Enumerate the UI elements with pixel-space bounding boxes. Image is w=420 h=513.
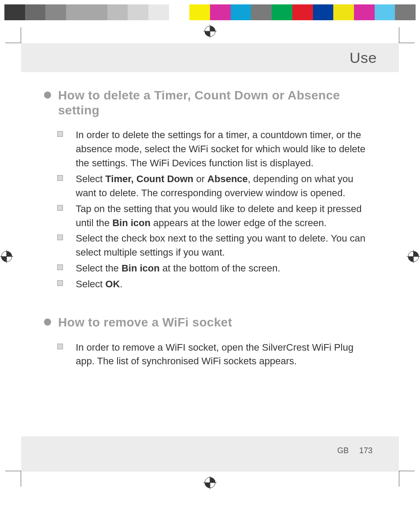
square-bullet-icon [57, 280, 63, 286]
footer-page-number: 173 [359, 446, 372, 455]
registration-mark-left [0, 250, 13, 263]
step-text: Select the check box next to the setting… [76, 233, 365, 258]
color-swatch [292, 4, 313, 20]
list-item: Select Timer, Count Down or Absence, dep… [57, 172, 372, 200]
registration-mark-bottom [203, 476, 217, 489]
step-text: Select Timer, Count Down or Absence, dep… [76, 173, 354, 198]
color-swatch [231, 4, 251, 20]
square-bullet-icon [57, 264, 63, 270]
color-swatch [148, 4, 169, 20]
footer-lang: GB [337, 446, 349, 455]
list-item: Select the check box next to the setting… [57, 231, 372, 260]
crop-mark-bottom-left [5, 471, 21, 487]
color-swatch [169, 4, 190, 20]
section-heading-1: How to delete a Timer, Count Down or Abs… [44, 88, 372, 117]
color-swatch [251, 4, 272, 20]
bullet-dot-icon [44, 92, 51, 99]
crop-mark-top-right [399, 27, 415, 43]
page-header: Use [21, 43, 399, 72]
color-swatch [128, 4, 148, 20]
color-swatch [66, 4, 87, 20]
color-swatch [107, 4, 128, 20]
color-swatch [354, 4, 375, 20]
color-swatch [210, 4, 231, 20]
crop-mark-top-left [5, 27, 21, 43]
color-swatch [395, 4, 416, 20]
page-footer: GB 173 [21, 436, 399, 472]
color-swatch [45, 4, 66, 20]
square-bullet-icon [57, 205, 63, 211]
section-heading-2: How to remove a WiFi socket [44, 315, 372, 330]
list-item: In order to remove a WiFI socket, open t… [57, 341, 372, 369]
list-item: Select the Bin icon at the bottom of the… [57, 261, 372, 275]
step-text: Select OK. [76, 278, 122, 289]
crop-mark-bottom-right [399, 471, 415, 487]
square-bullet-icon [57, 235, 63, 240]
page-content: Use How to delete a Timer, Count Down or… [21, 43, 399, 472]
color-calibration-bar [4, 4, 416, 20]
color-swatch [4, 4, 25, 20]
list-item: In order to delete the settings for a ti… [57, 128, 372, 170]
color-swatch [272, 4, 292, 20]
step-text: Tap on the setting that you would like t… [76, 203, 361, 228]
step-text: In order to delete the settings for a ti… [76, 129, 365, 169]
list-item: Tap on the setting that you would like t… [57, 202, 372, 230]
color-swatch [189, 4, 210, 20]
registration-mark-right [407, 250, 420, 263]
section-title: How to delete a Timer, Count Down or Abs… [58, 88, 372, 117]
color-swatch [333, 4, 354, 20]
registration-mark-top [203, 25, 217, 38]
square-bullet-icon [57, 175, 63, 181]
color-swatch [313, 4, 334, 20]
color-swatch [87, 4, 107, 20]
color-swatch [25, 4, 46, 20]
bullet-dot-icon [44, 319, 51, 326]
square-bullet-icon [57, 131, 63, 137]
page-body: How to delete a Timer, Count Down or Abs… [21, 72, 399, 368]
color-swatch [375, 4, 395, 20]
page-title: Use [350, 49, 377, 66]
step-text: In order to remove a WiFI socket, open t… [76, 342, 354, 367]
list-item: Select OK. [57, 277, 372, 291]
step-list-2: In order to remove a WiFI socket, open t… [57, 341, 372, 369]
step-text: Select the Bin icon at the bottom of the… [76, 263, 280, 274]
step-list-1: In order to delete the settings for a ti… [57, 128, 372, 291]
square-bullet-icon [57, 344, 63, 349]
section-title: How to remove a WiFi socket [58, 315, 232, 330]
